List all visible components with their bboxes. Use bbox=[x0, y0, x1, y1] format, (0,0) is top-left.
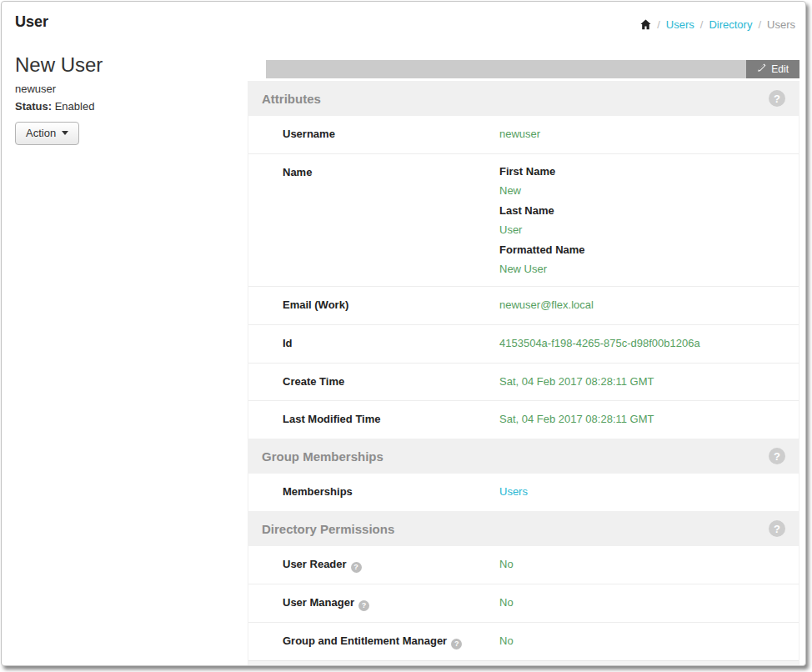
page-title: User bbox=[15, 13, 48, 31]
row-label-text: Last Modified Time bbox=[283, 413, 381, 425]
edit-button-label: Edit bbox=[771, 63, 789, 75]
row-label: Id bbox=[283, 336, 499, 352]
breadcrumb-current: Users bbox=[767, 18, 795, 31]
row-label-text: Create Time bbox=[283, 375, 344, 388]
home-icon[interactable] bbox=[640, 19, 651, 30]
detail-row: MembershipsUsers bbox=[248, 474, 799, 511]
help-icon[interactable]: ? bbox=[769, 90, 785, 107]
row-label-text: Username bbox=[283, 128, 335, 140]
breadcrumb-link-users[interactable]: Users bbox=[666, 18, 694, 31]
subfield-value: New User bbox=[499, 263, 585, 275]
row-label-text: Memberships bbox=[283, 485, 353, 498]
section-header: Directory Permissions? bbox=[248, 511, 799, 546]
app-window: User / Users / Directory / Users New Use… bbox=[1, 1, 806, 666]
detail-row: User Reader?No bbox=[248, 546, 799, 584]
section-header: Group Memberships? bbox=[248, 439, 799, 474]
section-title: Directory Permissions bbox=[262, 522, 394, 536]
action-button[interactable]: Action bbox=[15, 122, 79, 145]
action-button-label: Action bbox=[26, 127, 56, 139]
row-label: Group and Entitlement Manager? bbox=[283, 634, 499, 649]
detail-row: Id4153504a-f198-4265-875c-d98f00b1206a bbox=[248, 324, 799, 363]
row-value: Sat, 04 Feb 2017 08:28:11 GMT bbox=[499, 412, 654, 428]
row-value[interactable]: Users bbox=[499, 484, 528, 500]
user-summary-sidebar: New User newuser Status: Enabled Action bbox=[15, 53, 236, 145]
subfield-value: User bbox=[499, 223, 585, 236]
row-label: User Manager? bbox=[283, 595, 499, 611]
row-value: No bbox=[499, 634, 514, 649]
subfield-label: First Name bbox=[499, 165, 585, 178]
row-label-text: Group and Entitlement Manager bbox=[283, 634, 447, 647]
subfield-value: New bbox=[499, 184, 585, 197]
help-icon[interactable]: ? bbox=[769, 448, 785, 464]
breadcrumb-link-directory[interactable]: Directory bbox=[709, 18, 752, 31]
row-value: No bbox=[499, 557, 514, 573]
row-label: Name bbox=[283, 165, 499, 181]
help-icon[interactable]: ? bbox=[451, 639, 462, 649]
row-label-text: Id bbox=[283, 337, 293, 349]
detail-row: Last Modified TimeSat, 04 Feb 2017 08:28… bbox=[248, 400, 799, 439]
row-label-text: User Reader bbox=[283, 558, 347, 570]
row-label: Memberships bbox=[283, 484, 499, 500]
detail-row: NameFirst NameNewLast NameUserFormatted … bbox=[248, 153, 799, 286]
breadcrumb: / Users / Directory / Users bbox=[640, 18, 795, 31]
subfield-label: Formatted Name bbox=[499, 243, 585, 256]
panel-footer bbox=[248, 660, 799, 666]
row-label-text: User Manager bbox=[283, 596, 354, 609]
detail-row: Create TimeSat, 04 Feb 2017 08:28:11 GMT bbox=[248, 363, 799, 401]
subfield-label: Last Name bbox=[499, 204, 585, 217]
row-value: No bbox=[499, 595, 514, 611]
user-display-name: New User bbox=[15, 53, 236, 77]
detail-row: User Manager?No bbox=[248, 584, 799, 622]
caret-down-icon bbox=[62, 131, 68, 135]
detail-row: Email (Work)newuser@flex.local bbox=[248, 286, 799, 324]
row-label-text: Email (Work) bbox=[283, 298, 348, 311]
row-label-text: Name bbox=[283, 166, 312, 178]
user-login-name: newuser bbox=[15, 83, 236, 95]
detail-panel: Attributes?UsernamenewuserNameFirst Name… bbox=[248, 81, 799, 666]
pencil-icon bbox=[757, 63, 766, 75]
user-status: Status: Enabled bbox=[15, 100, 236, 113]
edit-toolbar: Edit bbox=[266, 60, 799, 78]
detail-row: Group and Entitlement Manager?No bbox=[248, 622, 799, 660]
status-label: Status: bbox=[15, 100, 52, 113]
row-value: 4153504a-f198-4265-875c-d98f00b1206a bbox=[499, 336, 700, 352]
help-icon[interactable]: ? bbox=[351, 562, 362, 573]
row-label: Username bbox=[283, 127, 499, 143]
section-title: Group Memberships bbox=[262, 449, 383, 464]
help-icon[interactable]: ? bbox=[769, 520, 785, 537]
row-label: User Reader? bbox=[283, 557, 499, 573]
breadcrumb-separator: / bbox=[657, 18, 660, 31]
row-label: Last Modified Time bbox=[283, 412, 499, 428]
row-label: Email (Work) bbox=[283, 298, 499, 313]
subfield-stack: First NameNewLast NameUserFormatted Name… bbox=[499, 165, 585, 275]
help-icon[interactable]: ? bbox=[358, 600, 369, 611]
row-value: newuser@flex.local bbox=[499, 298, 594, 313]
detail-row: Usernamenewuser bbox=[248, 116, 799, 153]
user-detail-main: Edit Attributes?UsernamenewuserNameFirst… bbox=[248, 60, 799, 666]
breadcrumb-separator: / bbox=[758, 18, 761, 31]
section-header: Attributes? bbox=[248, 81, 799, 116]
breadcrumb-separator: / bbox=[700, 18, 704, 31]
edit-button[interactable]: Edit bbox=[746, 60, 799, 78]
section-title: Attributes bbox=[262, 92, 321, 106]
row-value: newuser bbox=[499, 127, 540, 143]
row-label: Create Time bbox=[283, 374, 499, 390]
row-value: Sat, 04 Feb 2017 08:28:11 GMT bbox=[499, 374, 654, 390]
status-value: Enabled bbox=[55, 100, 95, 113]
